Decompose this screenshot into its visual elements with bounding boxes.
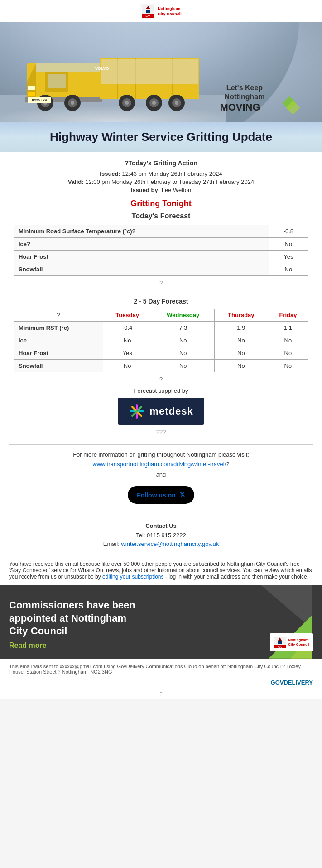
today-forecast-row: SnowfallNo (14, 263, 308, 276)
svg-rect-12 (48, 74, 66, 88)
svg-text:VOLVO: VOLVO (95, 66, 109, 71)
page-title: Highway Winter Service Gritting Update (9, 130, 313, 144)
x-logo-icon: 𝕏 (179, 491, 185, 499)
subscription-section: You have received this email because lik… (0, 555, 322, 585)
svg-point-27 (71, 101, 74, 105)
hero-svg: BX50 LKV VOLVO Let's Keep Nottingham MOV… (0, 22, 322, 122)
day-forecast-row-label: Snowfall (14, 360, 103, 372)
day-forecast-row-label: Minimum RST (°c) (14, 322, 103, 334)
day-forecast-row: SnowfallNoNoNoNo (14, 360, 308, 372)
metdesk-text: metdesk (149, 405, 193, 417)
question-mark-2: ? (14, 376, 308, 383)
svg-text:Nottingham: Nottingham (225, 93, 265, 101)
day-forecast-row-value: -0.4 (103, 322, 152, 334)
follow-text: Follow us on (137, 492, 176, 499)
today-forecast-row-label: Hoar Frost (14, 251, 269, 263)
metdesk-box: metdesk (118, 398, 204, 425)
day-forecast-title: 2 - 5 Day Forecast (14, 298, 308, 305)
today-forecast-row-value: No (269, 263, 308, 276)
valid-label: Valid: (68, 178, 84, 185)
today-forecast-row-label: Ice? (14, 238, 269, 251)
gritting-tonight-text: Gritting Tonight (14, 199, 308, 208)
svg-rect-15 (28, 92, 35, 96)
contact-section: Contact Us Tel: 0115 915 2222 Email: win… (0, 515, 322, 555)
email-link[interactable]: winter.service@nottinghamcity.gov.uk (121, 540, 219, 547)
day-forecast-row-value: No (268, 360, 308, 372)
tel-value: 0115 915 2222 (147, 532, 186, 539)
subscription-paragraph: You have received this email because lik… (9, 561, 313, 580)
read-more-link[interactable]: Read more (9, 641, 47, 649)
svg-point-30 (125, 101, 129, 105)
metdesk-logo-area: metdesk (14, 398, 308, 425)
header: NCC NottinghamCity Council (0, 0, 322, 22)
more-info-link[interactable]: www.transportnottingham.com/driving/wint… (92, 461, 226, 468)
svg-text:Let's Keep: Let's Keep (226, 84, 263, 92)
day-forecast-header-cell: Tuesday (103, 309, 152, 322)
day-forecast-row: Minimum RST (°c)-0.47.31.91.1 (14, 322, 308, 334)
subscription-text-after: - log in with your email address and the… (165, 574, 308, 580)
svg-point-33 (152, 101, 156, 105)
svg-marker-9 (36, 63, 100, 72)
today-forecast-row-label: Snowfall (14, 263, 269, 276)
commissioners-line3: City Council (9, 625, 67, 637)
day-forecast-row-value: No (268, 334, 308, 347)
today-forecast-row-value: -0.8 (269, 225, 308, 238)
day-forecast-row-value: No (214, 347, 268, 360)
day-forecast-row-value: 7.3 (152, 322, 214, 334)
svg-text:MOVING: MOVING (220, 101, 260, 113)
issued-value: 12:43 pm Monday 26th February 2024 (122, 170, 222, 177)
issued-by-label: Issued by: (131, 187, 160, 193)
email-footer: This email was sent to xxxxxx@gmail.com … (0, 659, 322, 676)
contact-email-line: Email: winter.service@nottinghamcity.gov… (18, 540, 304, 547)
gritting-action-section: ?Today's Gritting Action Issued: 12:43 p… (0, 152, 322, 444)
issued-line: Issued: 12:43 pm Monday 26th February 20… (14, 170, 308, 177)
day-forecast-header-cell: Friday (268, 309, 308, 322)
commissioners-heading: Commissioners have been appointed at Not… (9, 599, 154, 638)
svg-point-36 (175, 101, 178, 105)
issued-by-value: Lee Welton (162, 187, 192, 193)
svg-rect-3 (146, 10, 150, 13)
day-forecast-row-value: No (152, 334, 214, 347)
hero-image: BX50 LKV VOLVO Let's Keep Nottingham MOV… (0, 22, 322, 122)
forecast-supplied-text: Forecast supplied by (14, 387, 308, 394)
day-forecast-row: IceNoNoNoNo (14, 334, 308, 347)
day-forecast-header-cell: Wednesday (152, 309, 214, 322)
valid-line: Valid: 12:00 pm Monday 26th February to … (14, 178, 308, 185)
commissioners-line2: appointed at Nottingham (9, 612, 126, 624)
metdesk-icon (129, 403, 145, 420)
ncc-logo-bottom: NCC NottinghamCity Council (270, 633, 313, 651)
footer-question: ? (0, 689, 322, 699)
day-forecast-row-value: No (152, 347, 214, 360)
email-label: Email: (103, 540, 120, 547)
header-logo: NCC NottinghamCity Council (140, 4, 182, 19)
contact-title: Contact Us (18, 522, 304, 529)
day-forecast-row-value: No (214, 360, 268, 372)
ncc-bottom-text: NottinghamCity Council (288, 638, 309, 647)
day-forecast-row-value: No (103, 334, 152, 347)
more-info-text: For more information on gritting through… (18, 451, 304, 458)
svg-rect-14 (28, 86, 35, 90)
day-forecast-row-value: No (103, 360, 152, 372)
ncc-bottom-icon: NCC (274, 636, 286, 649)
day-forecast-row-label: Hoar Frost (14, 347, 103, 360)
today-forecast-row: Minimum Road Surface Temperature (°c)?-0… (14, 225, 308, 238)
svg-rect-56 (278, 641, 282, 644)
follow-button[interactable]: Follow us on 𝕏 (128, 486, 194, 504)
today-forecast-row-value: No (269, 238, 308, 251)
svg-rect-21 (101, 59, 198, 84)
day-forecast-row-value: No (214, 334, 268, 347)
svg-text:NCC: NCC (278, 646, 282, 648)
subscription-link[interactable]: editing your subscriptions (102, 574, 163, 580)
svg-text:BX50 LKV: BX50 LKV (32, 99, 47, 102)
commissioners-banner: Commissioners have been appointed at Not… (0, 585, 322, 659)
link-suffix: ? (226, 461, 229, 468)
and-text: and (18, 471, 304, 478)
day-forecast-row: Hoar FrostYesNoNoNo (14, 347, 308, 360)
day-forecast-row-value: 1.9 (214, 322, 268, 334)
main-banner: Highway Winter Service Gritting Update (0, 122, 322, 152)
ncc-logo-icon: NCC (140, 4, 156, 19)
footer-text: This email was sent to xxxxxx@gmail.com … (9, 664, 313, 675)
ncc-logo-text: NottinghamCity Council (158, 6, 182, 17)
today-forecast-table: Minimum Road Surface Temperature (°c)?-0… (14, 225, 308, 276)
follow-button-wrapper: Follow us on 𝕏 (18, 482, 304, 508)
